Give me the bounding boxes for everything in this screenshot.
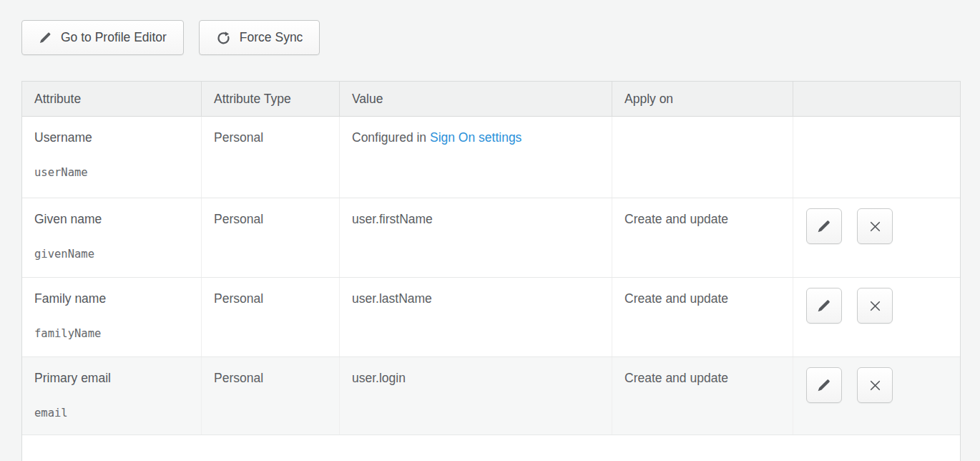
table-row: Given name givenName Personal user.first… [22,198,960,278]
attribute-mapping-table: Attribute Attribute Type Value Apply on … [21,81,961,461]
remove-attribute-button[interactable] [857,367,893,403]
actions-cell-empty [793,117,960,198]
column-header-value: Value [340,82,612,116]
attribute-code: userName [34,166,191,179]
edit-attribute-button[interactable] [806,367,842,403]
attribute-label: Family name [34,291,191,306]
remove-attribute-button[interactable] [857,208,893,244]
attribute-cell: Family name familyName [22,278,202,356]
column-header-actions [793,82,960,116]
value-cell: user.lastName [340,278,612,356]
apply-on-cell: Create and update [612,198,793,277]
table-row: Username userName Personal Configured in… [22,117,960,198]
table-row: Family name familyName Personal user.las… [22,278,960,357]
column-header-attribute-type: Attribute Type [202,82,340,116]
actions-cell [793,357,960,435]
apply-on-cell [612,117,793,198]
edit-attribute-button[interactable] [806,208,842,244]
remove-x-icon [868,299,883,314]
attribute-code: email [34,407,191,419]
attribute-code: familyName [34,327,191,340]
attribute-cell: Primary email email [22,357,202,435]
refresh-icon [216,30,231,45]
edit-attribute-button[interactable] [806,288,842,324]
attribute-cell: Username userName [22,117,202,198]
value-text: Configured in [352,130,430,145]
actions-cell [793,278,960,356]
edit-pencil-icon [816,377,832,393]
pencil-icon [39,31,52,44]
force-sync-button[interactable]: Force Sync [199,20,320,55]
go-to-profile-editor-button[interactable]: Go to Profile Editor [21,20,184,55]
attribute-label: Username [34,130,191,145]
sign-on-settings-link[interactable]: Sign On settings [430,130,521,145]
value-cell: user.login [340,357,612,435]
attribute-label: Primary email [34,371,191,386]
force-sync-label: Force Sync [240,30,303,45]
table-header-row: Attribute Attribute Type Value Apply on [22,81,960,117]
remove-attribute-button[interactable] [857,288,893,324]
apply-on-cell: Create and update [612,278,793,356]
column-header-attribute: Attribute [22,82,202,116]
toolbar: Go to Profile Editor Force Sync [21,20,320,55]
value-cell: Configured in Sign On settings [340,117,612,198]
attribute-type-cell: Personal [202,117,340,198]
edit-pencil-icon [816,298,832,314]
attribute-type-cell: Personal [202,278,340,356]
actions-cell [793,198,960,277]
attribute-cell: Given name givenName [22,198,202,277]
remove-x-icon [868,378,883,393]
table-row-empty [22,435,960,461]
attribute-code: givenName [34,248,191,261]
attribute-label: Given name [34,212,191,227]
attribute-type-cell: Personal [202,357,340,435]
remove-x-icon [868,219,883,234]
edit-pencil-icon [816,218,832,234]
table-row: Primary email email Personal user.login … [22,357,960,435]
apply-on-cell: Create and update [612,357,793,435]
attribute-type-cell: Personal [202,198,340,277]
value-cell: user.firstName [340,198,612,277]
profile-mappings-page: Go to Profile Editor Force Sync Attribut… [0,0,980,461]
go-to-profile-editor-label: Go to Profile Editor [61,30,167,45]
column-header-apply-on: Apply on [612,82,793,116]
